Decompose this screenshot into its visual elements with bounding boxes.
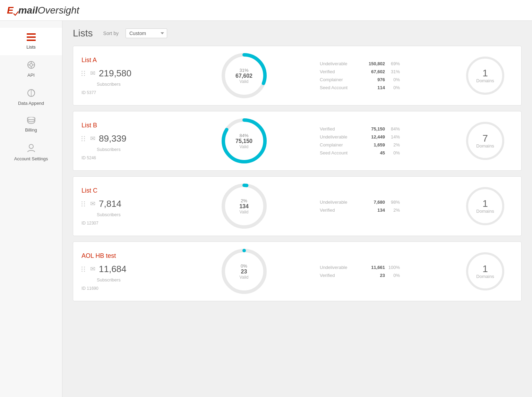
main-layout: Lists API <box>0 21 532 397</box>
stat-name: Undeliverable <box>320 61 358 66</box>
drag-dot <box>81 271 83 272</box>
content-area: Lists Sort by Custom Name Date Size List… <box>62 21 532 397</box>
stat-pct: 0% <box>388 77 400 82</box>
svg-rect-2 <box>27 40 36 41</box>
stat-name: Verified <box>320 69 358 74</box>
donut-center: 2% 134 Valid <box>239 198 249 214</box>
drag-handle[interactable] <box>81 201 85 206</box>
drag-dot <box>84 75 85 76</box>
list-id: ID 11690 <box>81 286 172 291</box>
domain-label: Domains <box>476 143 494 149</box>
sidebar-item-data-append[interactable]: Data Append <box>0 83 62 111</box>
drag-handle[interactable] <box>81 136 85 141</box>
subscriber-label: Subscribers <box>97 147 172 152</box>
domain-count: 7 <box>482 134 488 143</box>
stat-pct: 14% <box>388 134 400 140</box>
list-subscribers-row: ✉ 219,580 <box>81 68 172 79</box>
drag-dot <box>81 75 83 76</box>
stat-name: Undeliverable <box>320 265 358 270</box>
sidebar: Lists API <box>0 21 62 397</box>
stat-name: Complainer <box>320 142 358 147</box>
page-header: Lists Sort by Custom Name Date Size <box>73 28 522 39</box>
subscriber-count: 89,339 <box>99 133 127 144</box>
subscriber-count: 219,580 <box>99 68 131 79</box>
stat-value: 134 <box>361 208 385 213</box>
stat-pct: 69% <box>388 61 400 66</box>
donut-label: Valid <box>235 144 252 149</box>
stat-row: Seed Account 114 0% <box>320 84 451 92</box>
donut-chart: 0% 23 Valid <box>222 249 267 294</box>
drag-handle[interactable] <box>81 71 85 76</box>
logo-checkmark-icon <box>13 10 19 16</box>
subscriber-label: Subscribers <box>97 277 172 282</box>
mail-icon: ✉ <box>90 265 95 273</box>
stats-area: Undeliverable 11,661 100% Verified 23 0% <box>316 263 454 279</box>
stat-pct: 0% <box>388 273 400 278</box>
list-name[interactable]: List B <box>81 122 172 129</box>
domain-count: 1 <box>482 264 488 274</box>
list-name[interactable]: AOL HB test <box>81 252 172 260</box>
drag-dot <box>81 140 83 141</box>
stat-row: Undeliverable 11,661 100% <box>320 263 451 271</box>
drag-dot <box>81 71 83 72</box>
stat-row: Undeliverable 12,449 14% <box>320 133 451 141</box>
list-card: List A ✉ 219,580 Subscribers ID 5377 31%… <box>73 46 522 105</box>
chart-area: 31% 67,602 Valid <box>175 53 313 98</box>
stat-name: Seed Account <box>320 85 358 90</box>
stat-row: Complainer 976 0% <box>320 76 451 84</box>
sidebar-account-settings-label: Account Settings <box>14 156 48 161</box>
drag-dot <box>81 73 83 74</box>
stat-row: Complainer 1,659 2% <box>320 141 451 149</box>
stat-value: 67,602 <box>361 69 385 74</box>
drag-handle[interactable] <box>81 267 85 272</box>
domain-count: 1 <box>482 199 488 209</box>
sort-by-label: Sort by <box>103 31 119 36</box>
drag-dot <box>81 205 83 206</box>
sidebar-item-account-settings[interactable]: Account Settings <box>0 138 62 167</box>
drag-dot <box>84 271 85 272</box>
list-card-left: List C ✉ 7,814 Subscribers ID 12307 <box>81 187 172 226</box>
list-name[interactable]: List C <box>81 187 172 194</box>
list-card-left: AOL HB test ✉ 11,684 Subscribers ID 1169… <box>81 252 172 291</box>
list-id: ID 5246 <box>81 155 172 160</box>
drag-dot <box>84 205 85 206</box>
stat-name: Undeliverable <box>320 200 358 205</box>
stat-name: Verified <box>320 208 358 213</box>
donut-percent: 2% <box>239 198 249 203</box>
subscriber-count: 7,814 <box>99 198 121 209</box>
donut-center: 0% 23 Valid <box>240 263 249 280</box>
donut-percent: 84% <box>235 133 252 138</box>
drag-dot <box>84 267 85 268</box>
account-settings-icon <box>27 144 35 155</box>
stat-value: 11,661 <box>361 265 385 270</box>
list-card: List C ✉ 7,814 Subscribers ID 12307 2% 1… <box>73 176 522 236</box>
sort-select[interactable]: Custom Name Date Size <box>126 28 167 38</box>
data-append-icon <box>27 89 35 99</box>
stat-pct: 0% <box>388 150 400 155</box>
stat-name: Verified <box>320 126 358 132</box>
drag-dot <box>84 73 85 74</box>
sidebar-item-api[interactable]: API <box>0 55 62 83</box>
stat-value: 7,680 <box>361 200 385 205</box>
donut-center: 84% 75,150 Valid <box>235 133 252 149</box>
stat-row: Seed Account 45 0% <box>320 149 451 157</box>
list-card-left: List A ✉ 219,580 Subscribers ID 5377 <box>81 57 172 95</box>
list-card: AOL HB test ✉ 11,684 Subscribers ID 1169… <box>73 242 522 301</box>
donut-label: Valid <box>240 275 249 280</box>
sidebar-item-lists[interactable]: Lists <box>0 28 62 55</box>
donut-value: 75,150 <box>235 138 252 144</box>
stat-name: Verified <box>320 273 358 278</box>
list-name[interactable]: List A <box>81 57 172 64</box>
list-subscribers-row: ✉ 11,684 <box>81 264 172 274</box>
stat-row: Undeliverable 7,680 98% <box>320 198 451 206</box>
drag-dot <box>81 269 83 270</box>
sidebar-item-billing[interactable]: Billing <box>0 111 62 138</box>
list-subscribers-row: ✉ 89,339 <box>81 133 172 144</box>
donut-chart: 84% 75,150 Valid <box>222 118 267 163</box>
svg-point-4 <box>30 64 33 66</box>
stat-row: Verified 134 2% <box>320 206 451 214</box>
drag-dot <box>84 203 85 204</box>
subscriber-count: 11,684 <box>99 264 127 274</box>
chart-area: 2% 134 Valid <box>175 184 313 229</box>
donut-chart: 31% 67,602 Valid <box>222 53 267 98</box>
